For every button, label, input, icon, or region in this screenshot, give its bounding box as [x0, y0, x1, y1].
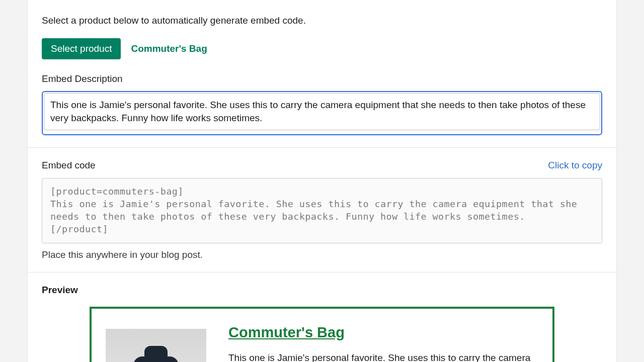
embed-code-help: Place this anywhere in your blog post.	[42, 248, 602, 261]
select-product-button[interactable]: Select product	[42, 38, 121, 59]
intro-text: Select a product below to automatically …	[42, 0, 602, 38]
product-row: Select product Commuter's Bag	[42, 38, 602, 59]
selected-product-name: Commuter's Bag	[131, 42, 207, 55]
preview-product-title-link[interactable]: Commuter's Bag	[228, 323, 345, 342]
embed-code-section: Embed code Click to copy [product=commut…	[42, 148, 602, 272]
embed-description-input[interactable]	[44, 93, 600, 130]
preview-card: Commuter's Bag This one is Jamie's perso…	[90, 307, 554, 362]
embed-code-label: Embed code	[42, 159, 96, 172]
embed-description-label: Embed Description	[42, 72, 602, 85]
preview-product-image	[106, 329, 206, 362]
copy-code-button[interactable]: Click to copy	[548, 160, 602, 171]
backpack-icon	[133, 356, 179, 362]
embed-code-box[interactable]: [product=commuters-bag] This one is Jami…	[42, 178, 602, 243]
preview-section: Preview Commuter's Bag This one is Jamie…	[42, 273, 602, 362]
preview-product-description: This one is Jamie's personal favorite. S…	[228, 351, 538, 362]
preview-body: Commuter's Bag This one is Jamie's perso…	[228, 323, 538, 362]
embed-description-focus-ring	[42, 91, 602, 135]
page-shell: Select a product below to automatically …	[27, 0, 617, 362]
preview-heading: Preview	[42, 284, 602, 297]
